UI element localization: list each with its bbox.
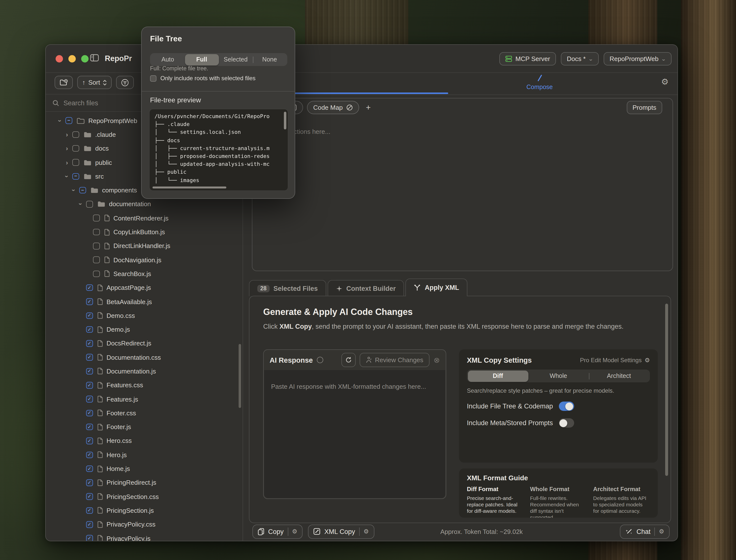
tab-selected-files[interactable]: 28 Selected Files — [249, 280, 326, 296]
tree-checkbox[interactable] — [79, 187, 86, 194]
tree-checkbox[interactable] — [86, 368, 93, 374]
toggle-switch[interactable] — [559, 418, 574, 428]
content-scrollbar[interactable] — [665, 304, 668, 476]
expander-chevron-icon[interactable] — [62, 131, 72, 138]
filter-button[interactable] — [116, 76, 134, 89]
tree-checkbox[interactable] — [86, 410, 93, 416]
toggle-switch[interactable] — [559, 402, 574, 411]
tree-checkbox[interactable] — [86, 466, 93, 472]
tree-checkbox[interactable] — [86, 535, 93, 541]
tree-row[interactable]: ContentRenderer.js — [46, 211, 240, 225]
chat-button[interactable]: Chat ⚙ — [620, 524, 670, 539]
expander-chevron-icon[interactable] — [62, 173, 72, 180]
preview-vertical-scrollbar[interactable] — [284, 112, 286, 129]
tree-row[interactable]: PricingSection.js — [46, 504, 240, 518]
tree-checkbox[interactable] — [86, 312, 93, 319]
copy-button[interactable]: Copy ⚙ — [252, 524, 303, 539]
add-chip-button[interactable]: + — [366, 103, 371, 112]
tree-checkbox[interactable] — [86, 354, 93, 361]
tree-checkbox[interactable] — [86, 493, 93, 500]
tree-checkbox[interactable] — [93, 270, 100, 277]
segment-selected[interactable]: Selected — [219, 54, 253, 65]
clear-response-icon[interactable]: ⊗ — [434, 356, 440, 364]
segment-full[interactable]: Full — [185, 54, 219, 65]
tree-row[interactable]: PricingRedirect.js — [46, 476, 240, 490]
toggle-sidebar-icon[interactable] — [90, 54, 99, 62]
tree-checkbox[interactable] — [86, 326, 93, 333]
segment-diff[interactable]: Diff — [468, 370, 528, 382]
tree-row[interactable]: DocsRedirect.js — [46, 337, 240, 351]
tree-checkbox[interactable] — [86, 451, 93, 458]
tree-row[interactable]: DocNavigation.js — [46, 253, 240, 267]
tree-checkbox[interactable] — [86, 424, 93, 430]
zoom-window-button[interactable] — [81, 55, 89, 62]
code-map-chip[interactable]: Code Map — [307, 101, 359, 114]
expander-chevron-icon[interactable] — [75, 201, 86, 208]
tree-checkbox[interactable] — [86, 340, 93, 347]
tree-row[interactable]: Features.js — [46, 392, 240, 406]
tree-checkbox[interactable] — [93, 215, 100, 221]
tree-row[interactable]: DirectLinkHandler.js — [46, 239, 240, 253]
tree-row[interactable]: PricingSection.css — [46, 490, 240, 504]
close-window-button[interactable] — [56, 55, 63, 62]
sort-button[interactable]: ↑ Sort — [77, 76, 112, 89]
pro-edit-model-settings-link[interactable]: Pro Edit Model Settings ⚙ — [580, 357, 650, 364]
tree-row[interactable]: Footer.css — [46, 406, 240, 420]
tree-checkbox[interactable] — [86, 396, 93, 403]
prompt-editor-panel[interactable]: ctions here... — [252, 98, 673, 271]
ai-response-textarea[interactable]: Paste AI response with XML-formatted cha… — [264, 370, 445, 498]
docs-dropdown[interactable]: Docs * ⌄ — [561, 52, 599, 65]
tree-row[interactable]: PrivacyPolicy.css — [46, 517, 240, 531]
tab-compose[interactable]: Compose — [526, 74, 553, 91]
file-tree-preview-box[interactable]: /Users/pvncher/Documents/Git/RepoPro├── … — [149, 109, 288, 191]
tree-checkbox[interactable] — [86, 382, 93, 389]
new-folder-button[interactable] — [55, 76, 73, 89]
tree-row[interactable]: Demo.js — [46, 323, 240, 337]
tree-row[interactable]: SearchBox.js — [46, 267, 240, 281]
tree-row[interactable]: Footer.js — [46, 420, 240, 434]
sidebar-scrollbar[interactable] — [239, 344, 241, 408]
expander-chevron-icon[interactable] — [55, 117, 65, 124]
tree-checkbox[interactable] — [93, 243, 100, 249]
roots-checkbox-row[interactable]: Only include roots with selected files — [150, 75, 256, 82]
prompts-button[interactable]: Prompts — [626, 101, 662, 114]
tree-row[interactable]: documentation — [46, 197, 240, 211]
tree-checkbox[interactable] — [65, 117, 72, 124]
preview-horizontal-scrollbar[interactable] — [153, 186, 226, 188]
tree-checkbox[interactable] — [86, 201, 93, 207]
xml-copy-options-gear-icon[interactable]: ⚙ — [364, 528, 369, 535]
tree-row[interactable]: Documentation.js — [46, 364, 240, 378]
settings-gear-icon[interactable]: ⚙ — [661, 77, 669, 87]
tree-checkbox[interactable] — [72, 173, 79, 180]
tree-checkbox[interactable] — [72, 145, 79, 152]
tab-apply-xml[interactable]: Apply XML — [405, 279, 468, 296]
tree-checkbox[interactable] — [72, 131, 79, 138]
roots-checkbox[interactable] — [150, 75, 157, 81]
tree-row[interactable]: BetaAvailable.js — [46, 295, 240, 309]
tree-checkbox[interactable] — [93, 229, 100, 235]
tree-row[interactable]: PrivacyPolicy.js — [46, 531, 240, 541]
project-dropdown[interactable]: RepoPromptWeb ⌄ — [604, 52, 672, 65]
tree-checkbox[interactable] — [86, 284, 93, 291]
tree-row[interactable]: Features.css — [46, 378, 240, 392]
tree-checkbox[interactable] — [86, 507, 93, 514]
tree-checkbox[interactable] — [86, 298, 93, 305]
tree-row[interactable]: AppcastPage.js — [46, 281, 240, 295]
refresh-button[interactable] — [342, 353, 356, 367]
tree-checkbox[interactable] — [86, 521, 93, 528]
segment-whole[interactable]: Whole — [528, 370, 589, 382]
tree-row[interactable]: Demo.css — [46, 309, 240, 323]
tree-checkbox[interactable] — [93, 257, 100, 263]
tree-checkbox[interactable] — [72, 159, 79, 166]
tree-checkbox[interactable] — [86, 479, 93, 486]
expander-chevron-icon[interactable] — [62, 145, 72, 152]
segment-none[interactable]: None — [253, 54, 287, 65]
chat-options-gear-icon[interactable]: ⚙ — [659, 528, 664, 535]
tree-row[interactable]: Home.js — [46, 462, 240, 476]
tree-row[interactable]: Hero.css — [46, 434, 240, 448]
tree-row[interactable]: Hero.js — [46, 448, 240, 462]
copy-options-gear-icon[interactable]: ⚙ — [292, 528, 298, 535]
minimize-window-button[interactable] — [68, 55, 76, 62]
review-changes-button[interactable]: Review Changes — [360, 353, 430, 367]
tree-checkbox[interactable] — [86, 437, 93, 444]
